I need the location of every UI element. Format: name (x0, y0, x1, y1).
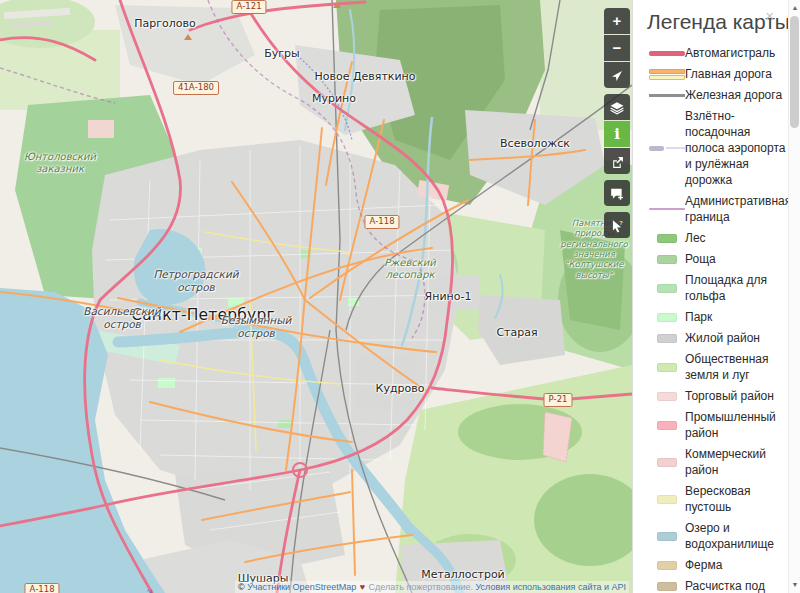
brownfield-swatch (657, 582, 677, 591)
park-swatch (657, 313, 677, 322)
railway-swatch (649, 94, 685, 97)
legend-item-residential: Жилой район (648, 330, 800, 346)
locate-arrow-icon (611, 70, 623, 82)
add-note-button[interactable] (604, 180, 630, 206)
share-icon (611, 156, 624, 169)
map-attribution: © Участники OpenStreetMap ♥ Сделать поже… (235, 581, 629, 593)
legend-item-wood: Роща (648, 251, 800, 267)
close-icon[interactable]: × (765, 8, 774, 23)
scroll-up-arrow[interactable]: ▲ (789, 2, 800, 14)
map-tiles: ✈ (0, 0, 632, 593)
legend-scrollbar[interactable]: ▲ ▼ (788, 0, 800, 593)
wood-swatch (657, 255, 677, 264)
share-button[interactable] (604, 148, 630, 174)
scroll-down-arrow[interactable]: ▼ (789, 579, 800, 591)
map-viewport[interactable]: ✈ Парголово Бугры Новое Девяткино Мурино… (0, 0, 632, 593)
runway-swatch (649, 146, 685, 151)
legend-item-motorway: Автомагистраль (648, 45, 800, 61)
forest-swatch (657, 234, 677, 243)
motorway-swatch (649, 51, 685, 56)
copyright-symbol: © (238, 582, 247, 592)
retail-swatch (657, 392, 677, 401)
osm-app: ✈ Парголово Бугры Новое Девяткино Мурино… (0, 0, 800, 593)
svg-text:?: ? (619, 220, 623, 226)
lake-swatch (657, 532, 677, 541)
zoom-in-button[interactable]: + (604, 8, 630, 34)
locate-button[interactable] (604, 62, 630, 88)
heath-swatch (657, 495, 677, 504)
legend-item-forest: Лес (648, 230, 800, 246)
zoom-out-button[interactable]: − (604, 35, 630, 61)
meadow-swatch (657, 363, 677, 372)
legend-item-lake: Озеро и водохранилище (648, 520, 800, 552)
legend-item-railway: Железная дорога (648, 87, 800, 103)
map-key-button[interactable]: i (604, 121, 630, 147)
legend-item-main-road: Главная дорога (648, 66, 800, 82)
query-features-icon: ? (610, 219, 624, 233)
heart-icon: ♥ (359, 582, 366, 592)
commercial-swatch (657, 458, 677, 467)
road-shield: А-118 (24, 583, 59, 593)
donate-link[interactable]: Сделать пожертвование. (369, 582, 473, 592)
residential-swatch (657, 334, 677, 343)
legend-item-farm: Ферма (648, 557, 800, 573)
road-shield: А-118 (364, 215, 399, 229)
legend-item-runway: Взлётно-посадочная полоса аэропорта и ру… (648, 108, 800, 188)
legend-item-heath: Вересковая пустошь (648, 483, 800, 515)
legend-items: Автомагистраль Главная дорога Железная д… (633, 45, 800, 593)
golf-swatch (657, 284, 677, 293)
legend-item-industrial: Промышленный район (648, 409, 800, 441)
legend-title: Легенда карты (647, 10, 800, 34)
scrollbar-thumb[interactable] (790, 16, 799, 128)
info-icon: i (614, 125, 620, 143)
industrial-swatch (657, 421, 677, 430)
terms-link[interactable]: Условия использования сайта и API (476, 582, 627, 592)
add-note-icon (610, 187, 624, 201)
boundary-swatch (649, 208, 685, 210)
layers-button[interactable] (604, 94, 630, 120)
legend-item-retail: Торговый район (648, 388, 800, 404)
legend-item-commercial: Коммерческий район (648, 446, 800, 478)
road-shield: А-121 (231, 0, 266, 14)
layers-icon (610, 101, 624, 115)
road-shield: Р-21 (543, 393, 572, 407)
legend-item-brownfield: Расчистка под (648, 578, 800, 593)
map-controls: + − i ? (604, 8, 630, 244)
road-shield: 41А-180 (173, 81, 219, 95)
legend-item-park: Парк (648, 309, 800, 325)
farm-swatch (657, 561, 677, 570)
legend-item-admin-boundary: Административная граница (648, 193, 800, 225)
map-key-panel: Легенда карты × Автомагистраль Главная д… (632, 0, 800, 593)
osm-contributors-link[interactable]: Участники OpenStreetMap (247, 582, 356, 592)
legend-item-meadow: Общественная земля и луг (648, 351, 800, 383)
main-road-swatch (649, 69, 685, 80)
query-features-button[interactable]: ? (604, 212, 630, 238)
legend-item-golf: Площадка для гольфа (648, 272, 800, 304)
